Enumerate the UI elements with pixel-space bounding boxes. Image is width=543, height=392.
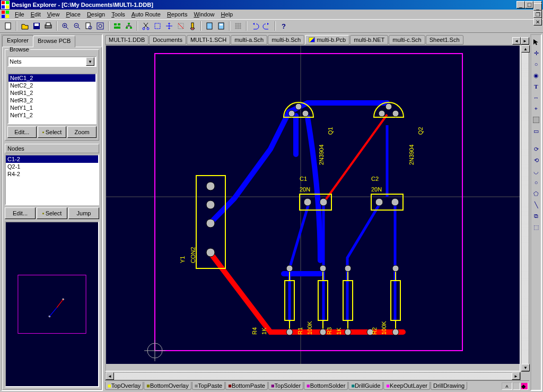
grid-icon[interactable]: [232, 20, 244, 32]
doc-tab[interactable]: multi-a.Sch: [231, 35, 267, 45]
undo-icon[interactable]: [249, 20, 261, 32]
open-icon[interactable]: [19, 20, 31, 32]
list-item[interactable]: C1-2: [6, 155, 98, 163]
nodes-list[interactable]: C1-2 Q2-1 R4-2: [5, 154, 99, 205]
zoom-in-icon[interactable]: [59, 20, 71, 32]
layer-tab[interactable]: ■BottomPaste: [225, 382, 268, 390]
deselect-icon[interactable]: [175, 20, 187, 32]
arc-icon[interactable]: ◡: [531, 167, 541, 176]
browse-combo[interactable]: Nets ▼: [7, 56, 97, 67]
coord-icon[interactable]: ⌖: [531, 104, 541, 114]
doc-tab[interactable]: multi-b.NET: [350, 35, 388, 45]
copy-icon[interactable]: ⧉: [531, 211, 541, 221]
layer-tab[interactable]: ■TopSolder: [268, 382, 303, 390]
circle-icon[interactable]: ○: [531, 178, 541, 187]
layer-tab[interactable]: ■DrillGuide: [348, 382, 383, 390]
list-item[interactable]: NetY1_1: [8, 104, 95, 111]
tabs-scroll-right[interactable]: ►: [521, 37, 529, 45]
mdi-restore-button[interactable]: ❐: [533, 11, 542, 18]
list-item[interactable]: NetR3_2: [8, 97, 95, 104]
tab-explorer[interactable]: Explorer: [2, 35, 33, 47]
hierarchy-icon[interactable]: [123, 20, 135, 32]
poly-icon[interactable]: ⬠: [531, 189, 541, 198]
zoom-out-icon[interactable]: [71, 20, 83, 32]
list-item[interactable]: Q2-1: [6, 163, 98, 170]
doc-tab[interactable]: multi-c.Sch: [389, 35, 425, 45]
print-icon[interactable]: [42, 20, 54, 32]
mdi-close-button[interactable]: ✕: [533, 18, 542, 25]
doc-tab[interactable]: Documents: [149, 35, 186, 45]
move-icon[interactable]: [163, 20, 175, 32]
pointer-icon[interactable]: [531, 37, 541, 47]
nodes-select-button[interactable]: ▪Select: [37, 207, 67, 219]
scroll-left-button[interactable]: ◄: [106, 372, 114, 380]
layer-tab[interactable]: ■KeepOutLayer: [383, 382, 430, 390]
selection-icon[interactable]: [152, 20, 163, 32]
layer-tab[interactable]: ■TopPaste: [192, 382, 225, 390]
doc-tab-active[interactable]: multi-b.Pcb: [305, 35, 349, 45]
menu-tools[interactable]: Tools: [111, 11, 125, 18]
zoom-button[interactable]: Zoom: [67, 126, 97, 138]
tabs-scroll-left[interactable]: ◄: [512, 37, 521, 45]
zoom-fit-icon[interactable]: [94, 20, 106, 32]
zoom-doc-icon[interactable]: [83, 20, 94, 32]
node-icon[interactable]: ○: [531, 59, 541, 69]
arc-cw-icon[interactable]: ⟳: [531, 144, 541, 154]
rect-icon[interactable]: ▭: [531, 126, 541, 136]
crosshair-icon[interactable]: ✛: [531, 48, 541, 58]
line-icon[interactable]: ╲: [531, 200, 541, 210]
menu-help[interactable]: Help: [221, 11, 233, 18]
maximize-button[interactable]: ☐: [525, 1, 533, 8]
doc-tab[interactable]: Sheet1.Sch: [426, 35, 463, 45]
menu-design[interactable]: Design: [87, 11, 105, 18]
menu-view[interactable]: View: [47, 11, 60, 18]
place-icon[interactable]: ⬚: [531, 222, 541, 232]
layer-tab[interactable]: ■TopOverlay: [105, 382, 143, 390]
menu-place[interactable]: Place: [66, 11, 81, 18]
nodes-edit-button[interactable]: Edit...: [5, 207, 36, 219]
new-icon[interactable]: [2, 20, 14, 32]
tab-browse-pcb[interactable]: Browse PCB: [33, 36, 75, 47]
list-item[interactable]: NetC1_2: [8, 74, 95, 82]
layer-tab[interactable]: ■BottomOverlay: [144, 382, 191, 390]
list-item[interactable]: NetC2_2: [8, 82, 95, 89]
dropdown-icon[interactable]: ▼: [86, 57, 94, 66]
doc-tab[interactable]: multi-b.Sch: [268, 35, 304, 45]
fill-icon[interactable]: [531, 115, 541, 125]
lib1-icon[interactable]: [204, 20, 215, 32]
menu-edit[interactable]: Edit: [31, 11, 41, 18]
scroll-right-button[interactable]: ►: [512, 372, 520, 380]
cut-icon[interactable]: [140, 20, 152, 32]
help-icon[interactable]: ?: [278, 20, 290, 32]
scroll-down-button[interactable]: ▼: [521, 364, 530, 371]
clear-icon[interactable]: [187, 20, 198, 32]
scroll-up-button[interactable]: ▲: [521, 45, 530, 53]
arc-ccw-icon[interactable]: ⟲: [531, 155, 541, 165]
edit-button[interactable]: Edit...: [7, 126, 37, 138]
layer-tab[interactable]: ■BottomSolder: [304, 382, 348, 390]
list-item[interactable]: NetR1_2: [8, 89, 95, 97]
menu-reports[interactable]: Reports: [167, 11, 188, 18]
pcb-canvas[interactable]: Y1 CON2 Q1 2N3904 Q2 2N3904 C1 20N: [105, 45, 521, 372]
layer-tab[interactable]: DrillDrawing: [431, 382, 467, 390]
minimap[interactable]: [5, 221, 99, 387]
doc-tab[interactable]: MULTI-1.SCH: [187, 35, 230, 45]
horizontal-scrollbar[interactable]: ◄ ►: [105, 372, 521, 380]
minimize-button[interactable]: _: [516, 1, 525, 8]
menu-file[interactable]: File: [15, 11, 24, 18]
dimension-icon[interactable]: ↔: [531, 93, 541, 102]
via-icon[interactable]: ◉: [531, 71, 541, 80]
mdi-minimize-button[interactable]: _: [533, 3, 542, 11]
browse-icon[interactable]: [111, 20, 123, 32]
menu-window[interactable]: Window: [194, 11, 214, 18]
doc-tab[interactable]: MULTI-1.DDB: [105, 35, 148, 45]
list-item[interactable]: R4-2: [6, 170, 98, 178]
redo-icon[interactable]: [261, 20, 273, 32]
save-icon[interactable]: [31, 20, 42, 32]
select-button[interactable]: ▪Select: [38, 126, 67, 138]
nets-list[interactable]: NetC1_2 NetC2_2 NetR1_2 NetR3_2 NetY1_1 …: [7, 73, 97, 124]
vertical-scrollbar[interactable]: ▲ ▼: [521, 45, 529, 372]
lib2-icon[interactable]: [215, 20, 227, 32]
list-item[interactable]: NetY1_2: [8, 111, 95, 119]
menu-autoroute[interactable]: Auto Route: [132, 11, 161, 18]
